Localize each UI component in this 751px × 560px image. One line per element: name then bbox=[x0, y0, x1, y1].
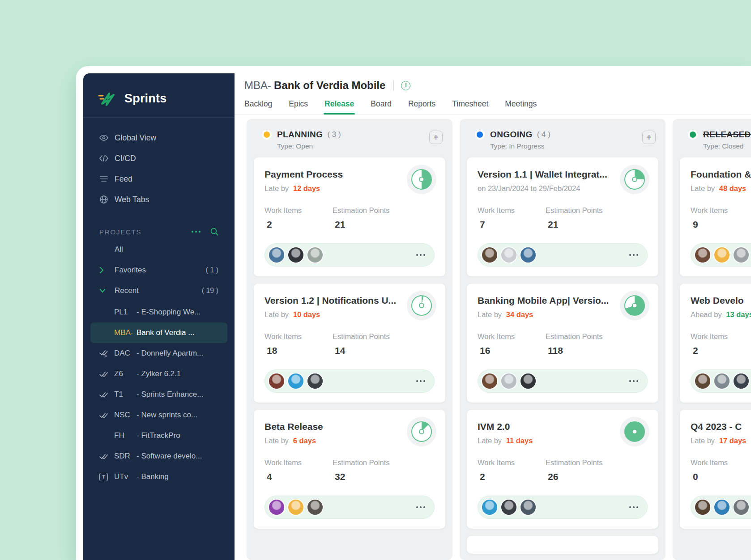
tab-release[interactable]: Release bbox=[324, 99, 354, 109]
feed-icon bbox=[99, 176, 108, 182]
release-card[interactable]: Banking Mobile App| Versio... Late by 34… bbox=[467, 284, 658, 403]
avatar[interactable] bbox=[733, 246, 750, 263]
avatar[interactable] bbox=[500, 246, 517, 263]
favorites-label: Favorites bbox=[115, 266, 146, 275]
sidebar-item-recent[interactable]: Recent ( 19 ) bbox=[83, 280, 235, 301]
sidebar-project-z6[interactable]: Z6 - Zylker 6.2.1 bbox=[90, 364, 227, 384]
avatar[interactable] bbox=[694, 246, 711, 263]
sidebar-project-dac[interactable]: DAC - Donnelly Apartm... bbox=[90, 343, 227, 364]
avatar[interactable] bbox=[268, 246, 285, 263]
project-title: Bank of Verdia Mobile bbox=[274, 79, 385, 92]
subtitle-prefix: Late by bbox=[265, 437, 289, 445]
more-options-icon[interactable] bbox=[628, 251, 639, 259]
release-card[interactable]: IVM 2.0 Late by 11 days Work Items 2 Est… bbox=[467, 410, 658, 529]
avatar[interactable] bbox=[287, 373, 304, 390]
avatar[interactable] bbox=[733, 499, 750, 516]
column-type-label: Type: In Progress bbox=[490, 142, 657, 150]
avatar[interactable] bbox=[287, 499, 304, 516]
title-divider bbox=[393, 80, 394, 91]
sidebar-item-all-projects[interactable]: All bbox=[83, 239, 235, 260]
avatar[interactable] bbox=[307, 373, 324, 390]
release-board: PLANNING ( 3 ) Type: Open + Payment Proc… bbox=[235, 115, 751, 560]
add-release-button[interactable]: + bbox=[429, 131, 443, 144]
avatar[interactable] bbox=[500, 499, 517, 516]
card-title: Web Develo bbox=[691, 295, 751, 306]
avatar[interactable] bbox=[733, 373, 750, 390]
sidebar-item-web-tabs[interactable]: Web Tabs bbox=[83, 189, 235, 210]
tab-reports[interactable]: Reports bbox=[408, 99, 435, 109]
sidebar-project-mba-selected[interactable]: MBA- Bank of Verdia ... bbox=[90, 322, 227, 343]
release-card[interactable]: Payment Process Late by 12 days Work Ite… bbox=[254, 157, 445, 276]
project-name: - Software develo... bbox=[137, 452, 202, 461]
projects-search-icon[interactable] bbox=[210, 228, 218, 236]
column-planning: PLANNING ( 3 ) Type: Open + Payment Proc… bbox=[247, 119, 452, 560]
recent-label: Recent bbox=[115, 286, 139, 295]
more-options-icon[interactable] bbox=[415, 251, 426, 259]
tab-board[interactable]: Board bbox=[371, 99, 392, 109]
avatar[interactable] bbox=[500, 373, 517, 390]
more-options-icon[interactable] bbox=[415, 378, 426, 385]
sidebar-item-cicd[interactable]: CI/CD bbox=[83, 148, 235, 169]
avatar[interactable] bbox=[694, 499, 711, 516]
release-card[interactable]: Foundation & Late by 48 days Work Items … bbox=[680, 157, 751, 276]
card-partial[interactable] bbox=[467, 536, 658, 554]
sidebar-item-label: CI/CD bbox=[115, 154, 136, 163]
tab-backlog[interactable]: Backlog bbox=[244, 99, 272, 109]
avatar[interactable] bbox=[694, 373, 711, 390]
card-title: Payment Process bbox=[265, 169, 399, 180]
app-logo[interactable]: Sprints bbox=[83, 73, 235, 118]
column-ongoing: ONGOING ( 4 ) Type: In Progress + Versio… bbox=[460, 119, 666, 560]
projects-more-options-icon[interactable] bbox=[192, 231, 201, 233]
project-code: MBA- bbox=[244, 79, 271, 92]
avatar[interactable] bbox=[713, 499, 730, 516]
avatar[interactable] bbox=[287, 246, 304, 263]
assignees-pill bbox=[691, 369, 751, 393]
avatar[interactable] bbox=[268, 499, 285, 516]
sidebar-project-fh[interactable]: FH - FitTrackPro bbox=[90, 425, 227, 446]
avatar[interactable] bbox=[307, 246, 324, 263]
avatar[interactable] bbox=[520, 499, 537, 516]
release-card[interactable]: Version 1.1 | Wallet Integrat... on 23/J… bbox=[467, 157, 658, 276]
sidebar-item-global-view[interactable]: Global View bbox=[83, 127, 235, 148]
more-options-icon[interactable] bbox=[628, 378, 639, 385]
work-items-value: 16 bbox=[478, 345, 546, 356]
tab-timesheet[interactable]: Timesheet bbox=[452, 99, 488, 109]
release-card[interactable]: Q4 2023 - C Late by 17 days Work Items 0 bbox=[680, 410, 751, 529]
avatar[interactable] bbox=[713, 373, 730, 390]
subtitle-prefix: Late by bbox=[265, 310, 289, 318]
avatar[interactable] bbox=[520, 246, 537, 263]
info-icon[interactable]: i bbox=[401, 81, 410, 90]
sidebar-project-t1[interactable]: T1 - Sprints Enhance... bbox=[90, 384, 227, 405]
more-options-icon[interactable] bbox=[628, 504, 639, 511]
add-release-button[interactable]: + bbox=[642, 131, 656, 144]
work-items-value: 2 bbox=[265, 219, 333, 230]
release-card[interactable]: Version 1.2 | Notifications U... Late by… bbox=[254, 284, 445, 403]
sidebar: Sprints Global View CI/CD bbox=[83, 73, 235, 560]
sidebar-project-pl1[interactable]: PL1 - E-Shopping We... bbox=[90, 302, 227, 322]
sidebar-item-feed[interactable]: Feed bbox=[83, 169, 235, 189]
tab-epics[interactable]: Epics bbox=[289, 99, 308, 109]
avatar[interactable] bbox=[481, 373, 498, 390]
column-released: RELEASED Type: Closed + Foundation & Lat… bbox=[673, 119, 751, 560]
card-stats: Work Items 16 Estimation Points 118 bbox=[478, 332, 648, 356]
column-name: ONGOING bbox=[490, 130, 533, 140]
avatar[interactable] bbox=[481, 246, 498, 263]
avatar[interactable] bbox=[713, 246, 730, 263]
projects-section-header: PROJECTS bbox=[83, 224, 235, 239]
sidebar-project-utv[interactable]: T UTv - Banking bbox=[90, 467, 227, 487]
avatar[interactable] bbox=[520, 373, 537, 390]
assignees-pill bbox=[691, 243, 751, 267]
avatar[interactable] bbox=[307, 499, 324, 516]
project-header: MBA- Bank of Verdia Mobile i Backlog Epi… bbox=[235, 73, 751, 115]
avatar[interactable] bbox=[481, 499, 498, 516]
sidebar-project-sdr[interactable]: SDR - Software develo... bbox=[90, 446, 227, 467]
release-card[interactable]: Beta Release Late by 6 days Work Items 4… bbox=[254, 410, 445, 529]
sidebar-project-nsc[interactable]: NSC - New sprints co... bbox=[90, 405, 227, 425]
more-options-icon[interactable] bbox=[415, 504, 426, 511]
subtitle-value: 10 days bbox=[293, 310, 320, 318]
release-card[interactable]: Web Develo Ahead by 13 days Work Items 2 bbox=[680, 284, 751, 403]
sidebar-item-favorites[interactable]: Favorites ( 1 ) bbox=[83, 260, 235, 280]
tab-meetings[interactable]: Meetings bbox=[505, 99, 537, 109]
avatar[interactable] bbox=[268, 373, 285, 390]
card-stats: Work Items 2 Estimation Points 26 bbox=[478, 458, 648, 482]
